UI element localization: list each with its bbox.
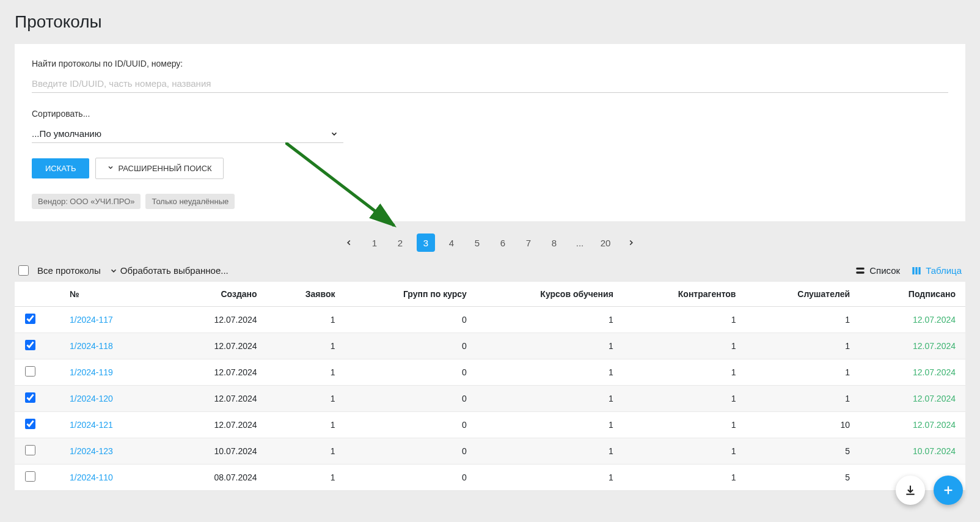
cell-signed: 12.07.2024 [860,359,965,386]
search-button[interactable]: ИСКАТЬ [32,158,89,178]
advanced-search-button[interactable]: РАСШИРЕННЫЙ ПОИСК [95,158,223,179]
pagination: 12345678...20 [15,233,965,252]
table-row: 1/2024-11008.07.202410115 [15,465,965,491]
search-input[interactable] [32,75,948,93]
row-checkbox[interactable] [25,392,35,403]
row-checkbox[interactable] [25,340,35,350]
row-checkbox[interactable] [25,314,35,324]
search-label: Найти протоколы по ID/UUID, номеру: [32,59,948,68]
svg-rect-2 [857,271,865,273]
cell-created: 10.07.2024 [168,438,267,465]
filter-chip[interactable]: Только неудалённые [145,194,235,209]
download-icon [904,484,916,496]
cell-groups: 0 [345,386,476,412]
cell-groups: 0 [345,307,476,333]
page-4[interactable]: 4 [442,233,461,252]
list-icon [855,266,866,276]
column-header: Заявок [267,282,345,307]
cell-requests: 1 [267,386,345,412]
protocol-link[interactable]: 1/2024-117 [70,315,113,325]
protocol-link[interactable]: 1/2024-118 [70,341,113,351]
cell-listeners: 1 [745,333,860,359]
cell-counterparties: 1 [623,438,746,465]
process-selected-label: Обработать выбранное... [120,265,229,276]
cell-courses: 1 [477,333,623,359]
cell-courses: 1 [477,412,623,438]
view-table-label: Таблица [926,265,962,276]
row-checkbox[interactable] [25,366,35,377]
process-selected-button[interactable]: Обработать выбранное... [109,265,229,276]
cell-created: 12.07.2024 [168,359,267,386]
page-3[interactable]: 3 [417,233,435,252]
page-2[interactable]: 2 [391,233,409,252]
page-next[interactable] [622,233,640,252]
protocol-link[interactable]: 1/2024-121 [70,420,113,430]
cell-counterparties: 1 [623,307,746,333]
protocol-link[interactable]: 1/2024-110 [70,472,113,482]
column-header: Создано [168,282,267,307]
page-6[interactable]: 6 [494,233,512,252]
page-1[interactable]: 1 [365,233,384,252]
cell-listeners: 1 [745,386,860,412]
cell-created: 12.07.2024 [168,386,267,412]
filter-chip[interactable]: Вендор: ООО «УЧИ.ПРО» [32,194,141,209]
table-row: 1/2024-11912.07.20241011112.07.2024 [15,359,965,386]
cell-counterparties: 1 [623,412,746,438]
page-20[interactable]: 20 [596,233,615,252]
view-list-button[interactable]: Список [855,265,900,276]
row-checkbox[interactable] [25,471,35,482]
advanced-search-label: РАСШИРЕННЫЙ ПОИСК [118,164,211,173]
protocol-link[interactable]: 1/2024-123 [70,446,113,456]
cell-created: 08.07.2024 [168,465,267,491]
cell-requests: 1 [267,438,345,465]
cell-counterparties: 1 [623,359,746,386]
column-header: Курсов обучения [477,282,623,307]
cell-requests: 1 [267,359,345,386]
cell-signed: 12.07.2024 [860,412,965,438]
sort-label: Сортировать... [32,109,948,119]
cell-counterparties: 1 [623,386,746,412]
cell-listeners: 5 [745,438,860,465]
svg-rect-1 [857,267,865,269]
row-checkbox[interactable] [25,419,35,429]
protocol-link[interactable]: 1/2024-120 [70,394,113,403]
cell-groups: 0 [345,438,476,465]
page-7[interactable]: 7 [519,233,538,252]
page-5[interactable]: 5 [468,233,486,252]
download-button[interactable] [896,476,925,501]
cell-courses: 1 [477,307,623,333]
column-header: Слушателей [745,282,860,307]
column-header: Групп по курсу [345,282,476,307]
view-list-label: Список [869,265,900,276]
column-header: Подписано [860,282,965,307]
table-row: 1/2024-12112.07.202410111012.07.2024 [15,412,965,438]
cell-courses: 1 [477,465,623,491]
add-button[interactable] [934,476,963,501]
view-table-button[interactable]: Таблица [911,265,962,276]
cell-signed: 12.07.2024 [860,333,965,359]
sort-select[interactable]: ...По умолчанию [32,125,343,143]
page-prev[interactable] [340,233,358,252]
chevron-down-icon [109,267,118,275]
cell-listeners: 5 [745,465,860,491]
protocol-link[interactable]: 1/2024-119 [70,367,113,377]
table-row: 1/2024-12012.07.20241011112.07.2024 [15,386,965,412]
cell-courses: 1 [477,386,623,412]
page-8[interactable]: 8 [545,233,563,252]
cell-groups: 0 [345,359,476,386]
row-checkbox[interactable] [25,445,35,455]
page-ellipsis: ... [571,233,589,252]
table-row: 1/2024-12310.07.20241011510.07.2024 [15,438,965,465]
all-protocols-label: Все протоколы [37,265,101,276]
column-header: Контрагентов [623,282,746,307]
svg-rect-5 [919,267,921,274]
cell-courses: 1 [477,438,623,465]
cell-counterparties: 1 [623,333,746,359]
column-header: № [45,282,168,307]
cell-listeners: 1 [745,359,860,386]
page-title: Протоколы [15,12,965,32]
cell-listeners: 1 [745,307,860,333]
select-all-checkbox[interactable] [18,265,29,276]
cell-requests: 1 [267,412,345,438]
cell-requests: 1 [267,307,345,333]
